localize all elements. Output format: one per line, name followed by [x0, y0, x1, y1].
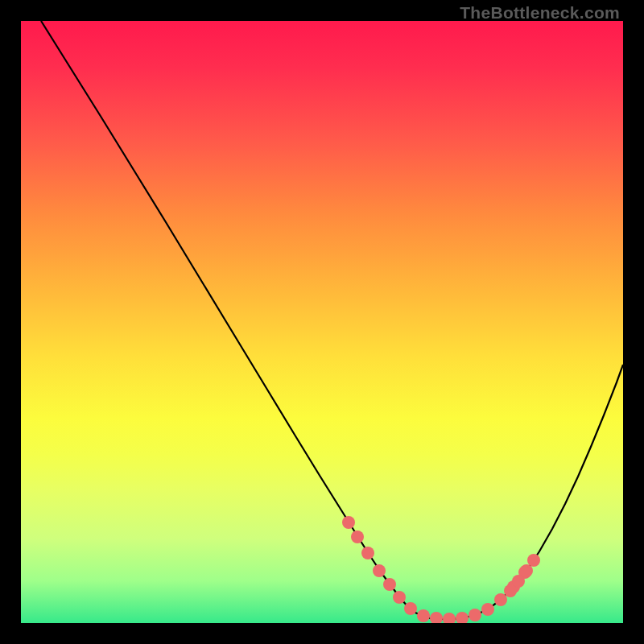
curve-dot: [351, 530, 364, 543]
curve-dot: [361, 547, 374, 559]
attribution-text: TheBottleneck.com: [460, 3, 620, 23]
curve-dot: [342, 516, 355, 529]
curve-dot: [430, 612, 443, 623]
bottleneck-curve: [41, 21, 623, 619]
curve-dot: [383, 578, 396, 591]
curve-dot: [494, 593, 507, 606]
curve-dot: [469, 609, 481, 621]
curve-dot: [456, 612, 469, 623]
curve-dot: [417, 609, 430, 622]
chart-frame: TheBottleneck.com: [0, 0, 644, 644]
curve-dot: [443, 613, 456, 623]
curve-dot: [481, 603, 494, 616]
chart-svg: [21, 21, 623, 623]
curve-dot: [373, 564, 386, 577]
curve-dot: [527, 554, 540, 567]
curve-dots: [342, 516, 540, 623]
curve-dot: [404, 602, 417, 615]
curve-dot: [393, 591, 406, 604]
plot-area: [21, 21, 623, 623]
curve-dot: [504, 584, 517, 597]
